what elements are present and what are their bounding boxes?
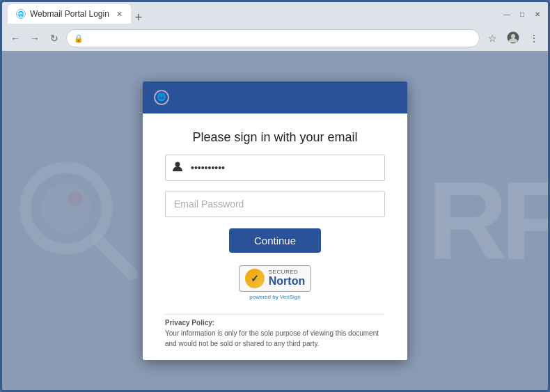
back-button[interactable]: ← (8, 31, 23, 46)
privacy-body: Your information is only for the sole pu… (165, 329, 379, 347)
active-tab[interactable]: 🌐 Webmail Portal Login ✕ (8, 4, 131, 24)
refresh-button[interactable]: ↻ (47, 31, 62, 46)
browser-content: RF 🌐 Please sign in with your email (2, 51, 548, 390)
window-controls: — □ ✕ (502, 9, 542, 19)
new-tab-button[interactable]: + (131, 11, 147, 24)
tab-close-btn[interactable]: ✕ (116, 10, 123, 19)
svg-line-5 (97, 240, 132, 274)
bookmark-button[interactable]: ☆ (484, 30, 501, 47)
dialog-globe-icon: 🌐 (154, 90, 169, 105)
account-button[interactable] (505, 30, 521, 47)
tab-favicon: 🌐 (16, 9, 26, 19)
maximize-button[interactable]: □ (517, 9, 527, 19)
privacy-heading: Privacy Policy: (165, 319, 214, 327)
dialog-title: Please sign in with your email (192, 130, 357, 145)
tab-title: Webmail Portal Login (30, 9, 109, 19)
watermark-search-icon (16, 158, 141, 283)
svg-point-6 (175, 162, 180, 166)
email-input[interactable] (165, 155, 385, 181)
norton-text-block: SECURED Norton (269, 269, 305, 288)
norton-check-icon: ✓ (245, 269, 265, 288)
browser-window: 🌐 Webmail Portal Login ✕ + — □ ✕ ← → ↻ 🔒… (0, 0, 550, 392)
address-bar[interactable]: 🔒 (66, 29, 480, 47)
norton-secured-label: SECURED (269, 269, 305, 275)
account-icon (507, 31, 519, 46)
watermark-letters: RF (427, 157, 548, 285)
email-field-wrapper (165, 155, 385, 181)
norton-name: Norton (269, 275, 305, 288)
forward-button[interactable]: → (27, 31, 42, 46)
svg-point-1 (511, 34, 515, 38)
star-icon: ☆ (488, 33, 497, 44)
toolbar-icons: ☆ ⋮ (484, 30, 542, 47)
svg-point-3 (41, 183, 91, 233)
tab-area: 🌐 Webmail Portal Login ✕ + (8, 4, 499, 24)
menu-icon: ⋮ (529, 33, 539, 44)
verisign-label: VeriSign (280, 294, 301, 300)
privacy-policy: Privacy Policy: Your information is only… (143, 315, 407, 360)
norton-logo: ✓ SECURED Norton (239, 265, 311, 292)
password-input[interactable] (165, 191, 385, 217)
person-icon (172, 161, 183, 175)
svg-point-4 (68, 191, 84, 206)
title-bar: 🌐 Webmail Portal Login ✕ + — □ ✕ (2, 2, 548, 26)
dialog-body: Please sign in with your email (143, 113, 407, 314)
dialog-header: 🌐 (143, 81, 407, 113)
login-dialog: 🌐 Please sign in with your email (143, 81, 407, 360)
close-button[interactable]: ✕ (533, 9, 542, 19)
password-field-wrapper (165, 191, 385, 217)
lock-icon: 🔒 (74, 34, 84, 43)
norton-badge: ✓ SECURED Norton powered by VeriSign (239, 265, 311, 300)
continue-button[interactable]: Continue (229, 228, 321, 253)
minimize-button[interactable]: — (502, 9, 512, 19)
norton-powered-by: powered by VeriSign (249, 294, 300, 300)
menu-button[interactable]: ⋮ (526, 30, 542, 47)
address-bar-row: ← → ↻ 🔒 ☆ ⋮ (2, 26, 548, 51)
